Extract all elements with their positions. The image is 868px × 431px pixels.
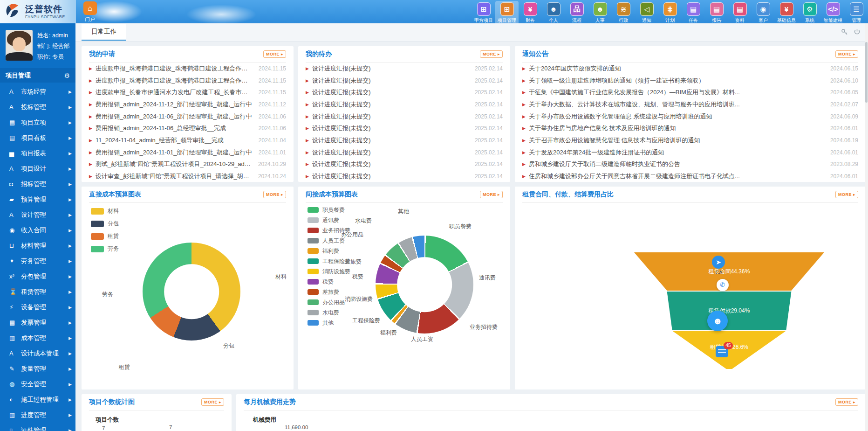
- notice-list-item[interactable]: ▶ 关于发放2024年第24批一级建造师注册证书的通知 2024.06.01: [522, 146, 858, 159]
- legend-item[interactable]: 差旅费: [308, 287, 350, 297]
- notice-list-item[interactable]: ▶ 关于2024年国庆节放假安排的通知 2024.06.15: [522, 63, 858, 75]
- sidebar-menu-item[interactable]: ◍ 安全管理 ▶: [0, 376, 75, 392]
- sidebar-menu-item[interactable]: ⊔ 材料管理 ▶: [0, 238, 75, 253]
- notice-list-item[interactable]: ▶ 关于召开市政公用设施智慧化管理 信息技术与应用培训班的通知 2024.06.…: [522, 134, 858, 146]
- top-module-item[interactable]: ⊞ 甲方项目: [472, 1, 495, 25]
- request-list-item[interactable]: ▶ 费用报销_admin_2024-11-01_部门经理审批_胡建,_运行中 2…: [89, 146, 286, 159]
- top-module-item[interactable]: 品 流程: [565, 1, 588, 25]
- legend-item[interactable]: 租赁: [91, 230, 119, 243]
- top-module-item[interactable]: ⊞ 项目管理: [495, 1, 519, 25]
- sidebar-menu-item[interactable]: A 项目设计 ▶: [0, 161, 75, 176]
- sidebar-menu-item[interactable]: A 设计管理 ▶: [0, 207, 75, 222]
- vertical-scrollbar[interactable]: [865, 23, 868, 431]
- more-button-direct-cost[interactable]: MORE ▸: [263, 191, 286, 198]
- todo-list-item[interactable]: ▶ 设计进度汇报(未提交) 2025.02.14: [306, 86, 503, 98]
- legend-item[interactable]: 材料: [91, 205, 119, 217]
- key-icon[interactable]: [841, 28, 848, 35]
- sidebar-menu-item[interactable]: A 投标管理 ▶: [0, 99, 75, 115]
- todo-list-item[interactable]: ▶ 设计进度汇报(未提交) 2025.02.14: [306, 111, 503, 123]
- sidebar-menu-item[interactable]: ▅ 项目报表 ▶: [0, 146, 75, 161]
- lease-funnel-chart[interactable]: 租赁合同44.36% 租赁付款29.04% 租赁结算26.6%: [634, 252, 824, 370]
- todo-list-item[interactable]: ▶ 设计进度汇报(未提交) 2025.02.14: [306, 122, 503, 134]
- legend-item[interactable]: 福利费: [308, 246, 350, 256]
- sidebar-menu-item[interactable]: ◐ 施工过程管理 ▶: [0, 392, 75, 407]
- request-list-item[interactable]: ▶ 进度款申报_珠海鹤港口建设_珠海鹤港口建设工程合作协议书_admin_...…: [89, 75, 286, 87]
- top-module-item[interactable]: ☰ 管理: [845, 1, 868, 25]
- request-list-item[interactable]: ▶ 费用报销_admin_2024-11-12_部门经理审批_胡建,_运行中 2…: [89, 98, 286, 111]
- request-list-item[interactable]: ▶ 费用报销_admin_2024-11-06_总经理审批__完成 2024.1…: [89, 122, 286, 134]
- request-list-item[interactable]: ▶ 进度款申报_珠海鹤港口建设_珠海鹤港口建设工程合作协议书_admin_...…: [89, 63, 286, 75]
- sidebar-menu-item[interactable]: ▰ 预算管理 ▶: [0, 192, 75, 207]
- sidebar-menu-item[interactable]: ▤ 项目立项 ▶: [0, 115, 75, 130]
- project-count-line-chart[interactable]: [89, 410, 224, 431]
- top-module-item[interactable]: ⋕ 计划: [658, 1, 682, 25]
- top-module-item[interactable]: ⚙ 系统: [798, 1, 821, 25]
- more-button-machine-cost[interactable]: MORE ▸: [835, 398, 858, 406]
- request-list-item[interactable]: ▶ 测试_彭祖新城"四馆"景观工程设计项目_2024-10-29_admin_结…: [89, 159, 286, 171]
- todo-list-item[interactable]: ▶ 设计进度汇报(未提交) 2025.02.14: [306, 98, 503, 111]
- tab-daily-work[interactable]: 日常工作: [82, 24, 126, 41]
- request-list-item[interactable]: ▶ 进度款申报_长春市伊通河水力发电厂改建工程_长春市伊通河水力发电... 20…: [89, 86, 286, 98]
- gear-icon[interactable]: ⚙: [64, 72, 70, 79]
- top-module-item[interactable]: ◉ 客户: [752, 1, 775, 25]
- legend-item[interactable]: 工程保险费: [308, 256, 350, 266]
- request-list-item[interactable]: ▶ 费用报销_admin_2024-11-06_部门经理审批_胡建,_运行中 2…: [89, 111, 286, 123]
- todo-list-item[interactable]: ▶ 设计进度汇报(未提交) 2025.02.14: [306, 75, 503, 87]
- notice-list-item[interactable]: ▶ 关于举办住房与房地产信息化 技术及应用培训班的通知 2024.06.01: [522, 122, 858, 134]
- more-button-indirect-cost[interactable]: MORE ▸: [480, 191, 503, 198]
- todo-list-item[interactable]: ▶ 设计进度汇报(未提交) 2025.02.14: [306, 159, 503, 171]
- legend-item[interactable]: 通讯费: [308, 215, 350, 225]
- legend-item[interactable]: 其他: [308, 318, 350, 328]
- funnel-segment-contract[interactable]: 租赁合同44.36%: [634, 252, 824, 291]
- legend-item[interactable]: 职员餐费: [308, 205, 350, 215]
- request-list-item[interactable]: ▶ 11_2024-11-04_admin_经营部_领导审批__完成 2024.…: [89, 134, 286, 146]
- phone-icon[interactable]: ✆: [717, 279, 729, 291]
- sidebar-menu-item[interactable]: ▯ 证件管理 ▶: [0, 423, 75, 431]
- more-button-notices[interactable]: MORE ▸: [835, 50, 858, 58]
- sidebar-menu-item[interactable]: A 市场经营 ▶: [0, 84, 75, 99]
- top-module-item[interactable]: ≋ 行政: [612, 1, 635, 25]
- top-module-item[interactable]: ¥ 财务: [519, 1, 542, 25]
- top-module-item[interactable]: </> 智能建模: [821, 1, 845, 25]
- direct-cost-donut-chart[interactable]: [143, 243, 240, 341]
- funnel-segment-payment[interactable]: 租赁付款29.04%: [634, 292, 824, 330]
- notice-list-item[interactable]: ▶ 关于举办大数据、云计算技术在城市建设、规划、管理与服务中的应用培训班... …: [522, 98, 858, 111]
- machine-cost-line-chart[interactable]: [244, 410, 854, 431]
- top-module-item[interactable]: ▤ 任务: [682, 1, 705, 25]
- legend-item[interactable]: 水电费: [308, 307, 350, 318]
- top-module-item[interactable]: ☻ 个人: [542, 1, 565, 25]
- sidebar-menu-item[interactable]: ▥ 进度管理 ▶: [0, 407, 75, 423]
- top-module-item[interactable]: ▤ 资料: [728, 1, 752, 25]
- more-button-my-requests[interactable]: MORE ▸: [263, 50, 286, 58]
- top-module-item[interactable]: ☻ 人事: [588, 1, 612, 25]
- sidebar-menu-item[interactable]: ✎ 质量管理 ▶: [0, 361, 75, 376]
- sidebar-menu-item[interactable]: ⚡ 设备管理 ▶: [0, 299, 75, 315]
- sidebar-menu-item[interactable]: ✦ 劳务管理 ▶: [0, 253, 75, 269]
- notice-list-item[interactable]: ▶ 住房和城乡建设部办公厅关于同意吉林省开展二级建造师注册证书电子化试点... …: [522, 170, 858, 182]
- top-module-item[interactable]: ¥ 基础信息: [775, 1, 798, 25]
- request-list-item[interactable]: ▶ 设计审查_彭祖新城"四馆"景观工程设计项目_请选择_胡广生_2024-10-…: [89, 170, 286, 182]
- more-button-my-todos[interactable]: MORE ▸: [480, 50, 503, 58]
- notice-list-item[interactable]: ▶ 关于领取一级注册建造师增项贴的通知（须持一建证书前来领取） 2024.06.…: [522, 75, 858, 87]
- funnel-segment-settlement[interactable]: 租赁结算26.6%: [634, 331, 824, 369]
- sidebar-menu-item[interactable]: ▤ 项目看板 ▶: [0, 130, 75, 146]
- indirect-cost-donut-chart[interactable]: [376, 236, 473, 334]
- customer-service-icon[interactable]: ☻: [707, 311, 728, 331]
- notice-list-item[interactable]: ▶ 房和城乡建设厅关于取消二级建造师临时执业证书的公告 2023.08.29: [522, 159, 858, 171]
- legend-item[interactable]: 分包: [91, 217, 119, 230]
- more-button-lease-funnel[interactable]: MORE ▸: [835, 191, 858, 198]
- notice-list-item[interactable]: ▶ 于征集《中国建筑施工行业信息化发展报告（2024）—BIM应用与发展》材料.…: [522, 86, 858, 98]
- portal-button[interactable]: ⌂ 门户: [79, 1, 101, 23]
- legend-item[interactable]: 劳务: [91, 243, 119, 255]
- sidebar-menu-item[interactable]: ◉ 收入合同 ▶: [0, 222, 75, 238]
- top-module-item[interactable]: ◁ 通知: [635, 1, 658, 25]
- sidebar-menu-item[interactable]: ⌛ 租赁管理 ▶: [0, 284, 75, 299]
- exit-icon[interactable]: [854, 28, 861, 35]
- legend-item[interactable]: 消防设施费: [308, 266, 350, 277]
- todo-list-item[interactable]: ▶ 设计进度汇报(未提交) 2025.02.14: [306, 134, 503, 146]
- sidebar-menu-item[interactable]: A 设计成本管理 ▶: [0, 346, 75, 361]
- todo-list-item[interactable]: ▶ 设计进度汇报(未提交) 2025.02.14: [306, 146, 503, 159]
- sidebar-menu-item[interactable]: ▥ 成本管理 ▶: [0, 330, 75, 346]
- legend-item[interactable]: 办公用品: [308, 297, 350, 307]
- todo-list-item[interactable]: ▶ 设计进度汇报(未提交) 2025.02.14: [306, 170, 503, 182]
